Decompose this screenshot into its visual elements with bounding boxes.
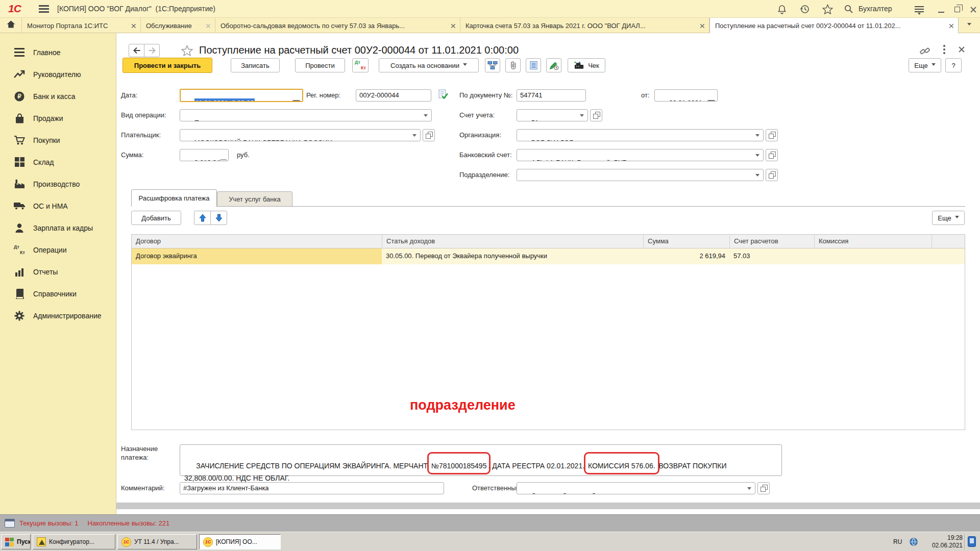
close-window-icon[interactable] <box>967 4 978 15</box>
date-field[interactable]: 11.01.2021 0:00:00 <box>180 89 303 102</box>
close-document-icon[interactable] <box>959 46 964 52</box>
taskbar-button-configurator[interactable]: Конфигуратор... <box>33 534 115 549</box>
column-header[interactable]: Счет расчетов <box>729 235 814 248</box>
close-tab-icon[interactable] <box>131 23 135 28</box>
sidebar-item-zarplata-i-kadry[interactable]: Зарплата и кадры <box>0 217 116 239</box>
change-history-button[interactable] <box>546 58 561 72</box>
payment-register-button[interactable] <box>526 58 541 72</box>
table-cell-komissiya[interactable] <box>814 248 932 264</box>
column-header[interactable]: Комиссия <box>814 235 932 248</box>
save-button[interactable]: Записать <box>231 58 280 72</box>
search-icon[interactable] <box>843 4 854 15</box>
account-select[interactable]: 51 <box>517 109 588 121</box>
table-more-button[interactable]: Еще <box>932 211 965 225</box>
sidebar-item-bank-i-kassa[interactable]: ₽ Банк и касса <box>0 85 116 107</box>
move-row-up-button[interactable] <box>194 211 211 225</box>
bank-account-select[interactable]: АЛЬФА-БАНК Расчетный РУБ. <box>517 149 764 161</box>
notifications-bell-icon[interactable] <box>776 4 788 15</box>
purpose-textarea[interactable]: ЗАЧИСЛЕНИЕ СРЕДСТВ ПО ОПЕРАЦИЯМ ЭКВАЙРИН… <box>180 444 782 476</box>
nav-back-button[interactable] <box>129 44 144 57</box>
amount-field[interactable]: 2 619,94 <box>180 149 229 161</box>
table-cell-dogovor[interactable]: Договор эквайринга <box>132 248 382 264</box>
sidebar-item-glavnoe[interactable]: Главное <box>0 41 116 63</box>
payer-select[interactable]: МОСКОВСКИЙ БАНК СБЕРБАНКА РОССИИ <box>180 129 421 141</box>
sidebar-item-administrirovanie[interactable]: Администрирование <box>0 305 116 327</box>
column-header[interactable]: Договор <box>132 235 382 248</box>
sidebar-item-otchety[interactable]: Отчеты <box>0 261 116 283</box>
favorite-star-icon[interactable] <box>181 45 193 58</box>
division-open-button[interactable] <box>766 169 778 181</box>
start-button[interactable]: Пуск <box>1 534 31 549</box>
favorites-star-icon[interactable] <box>822 4 833 15</box>
tab-obsluzhivanie[interactable]: Обслуживание <box>141 18 215 33</box>
taskbar-button-kopiya-active[interactable]: 1С [КОПИЯ] ОО... <box>199 534 281 549</box>
move-row-down-button[interactable] <box>210 211 227 225</box>
responsible-open-button[interactable] <box>757 482 770 494</box>
account-open-button[interactable] <box>590 109 602 121</box>
from-date-field[interactable]: 02.01.2021 <box>654 89 718 102</box>
network-globe-icon[interactable] <box>910 538 918 548</box>
responsible-select[interactable]: Сухоцкая Сладина Станиславовна <box>517 482 755 494</box>
post-and-close-button[interactable]: Провести и закрыть <box>122 58 212 73</box>
tab-payment-breakdown[interactable]: Расшифровка платежа <box>131 189 217 207</box>
history-icon[interactable] <box>799 4 811 15</box>
sidebar-item-rukovoditelyu[interactable]: Руководителю <box>0 63 116 85</box>
sidebar-item-operacii[interactable]: ДтКт Операции <box>0 239 116 261</box>
post-button[interactable]: Провести <box>295 58 345 72</box>
tab-osv-57-03[interactable]: Оборотно-сальдовая ведомость по счету 57… <box>215 18 460 33</box>
payer-open-button[interactable] <box>423 129 435 141</box>
taskbar-button-ut[interactable]: 1С УТ 11.4 / Упра... <box>117 534 197 549</box>
table-cell-schet[interactable]: 57.03 <box>729 248 814 264</box>
functions-menu-icon[interactable] <box>914 4 925 15</box>
close-tab-icon[interactable] <box>949 23 953 28</box>
language-indicator[interactable]: RU <box>893 536 902 548</box>
help-button[interactable]: ? <box>945 58 962 72</box>
column-header[interactable]: Сумма <box>643 235 729 248</box>
organization-select[interactable]: ВОГ ДИАЛОГ <box>517 129 764 141</box>
by-document-field[interactable]: 547741 <box>517 89 586 102</box>
table-cell-summa[interactable]: 2 619,94 <box>643 248 729 264</box>
organization-open-button[interactable] <box>766 129 778 141</box>
clock[interactable]: 19:28 02.06.2021 <box>920 534 963 549</box>
current-user[interactable]: Бухгалтер <box>859 5 892 13</box>
tab-postuplenie-active[interactable]: Поступление на расчетный счет 00У2-00004… <box>709 18 959 33</box>
horizontal-scrollbar[interactable] <box>116 503 980 509</box>
regnum-field[interactable]: 00У2-000044 <box>356 89 431 102</box>
sidebar-item-proizvodstvo[interactable]: Производство <box>0 173 116 195</box>
related-documents-button[interactable] <box>485 58 500 72</box>
tab-bank-services[interactable]: Учет услуг банка <box>217 191 292 206</box>
sidebar-item-spravochniki[interactable]: Справочники <box>0 283 116 305</box>
close-tab-icon[interactable] <box>206 23 210 28</box>
get-link-icon[interactable] <box>920 46 930 58</box>
toolbar-more-button[interactable]: Еще <box>909 58 941 72</box>
bank-account-open-button[interactable] <box>766 149 778 161</box>
show-postings-button[interactable]: ДтКт <box>352 58 369 72</box>
nav-forward-button[interactable] <box>144 44 160 57</box>
tab-kartochka-scheta[interactable]: Карточка счета 57.03 за Январь 2021 г. О… <box>460 18 709 33</box>
close-tab-icon[interactable] <box>451 23 455 28</box>
minimize-icon[interactable] <box>936 4 947 15</box>
tab-list-chooser[interactable] <box>959 18 980 33</box>
sidebar-item-sklad[interactable]: Склад <box>0 151 116 173</box>
add-row-button[interactable]: Добавить <box>131 211 181 225</box>
home-tab[interactable] <box>0 18 22 33</box>
sidebar-item-prodazhi[interactable]: Продажи <box>0 107 116 129</box>
check-receipt-button[interactable]: Чек <box>568 58 605 72</box>
column-header[interactable]: Статья доходов <box>382 235 643 248</box>
sidebar-item-pokupki[interactable]: Покупки <box>0 129 116 151</box>
tab-monitor-portala[interactable]: Монитор Портала 1С:ИТС <box>22 18 141 33</box>
calendar-icon[interactable] <box>278 92 300 102</box>
table-cell-statya[interactable]: 30.05.00. Перевод от Эквайера полученной… <box>382 248 643 264</box>
calendar-icon[interactable] <box>693 92 715 102</box>
division-select[interactable] <box>517 169 764 181</box>
attachments-button[interactable] <box>505 58 521 72</box>
comment-field[interactable]: #Загружен из Клиент-Банка <box>180 482 444 494</box>
performance-window-icon[interactable] <box>5 519 15 528</box>
operation-type-select[interactable]: Поступление по платежным картам <box>180 109 432 121</box>
create-based-on-button[interactable]: Создать на основании <box>379 58 479 72</box>
sidebar-item-os-i-nma[interactable]: ОС и НМА <box>0 195 116 217</box>
restore-window-icon[interactable] <box>951 4 963 15</box>
calculator-icon[interactable] <box>205 152 227 161</box>
main-menu-icon[interactable] <box>39 5 49 12</box>
close-tab-icon[interactable] <box>700 23 704 28</box>
